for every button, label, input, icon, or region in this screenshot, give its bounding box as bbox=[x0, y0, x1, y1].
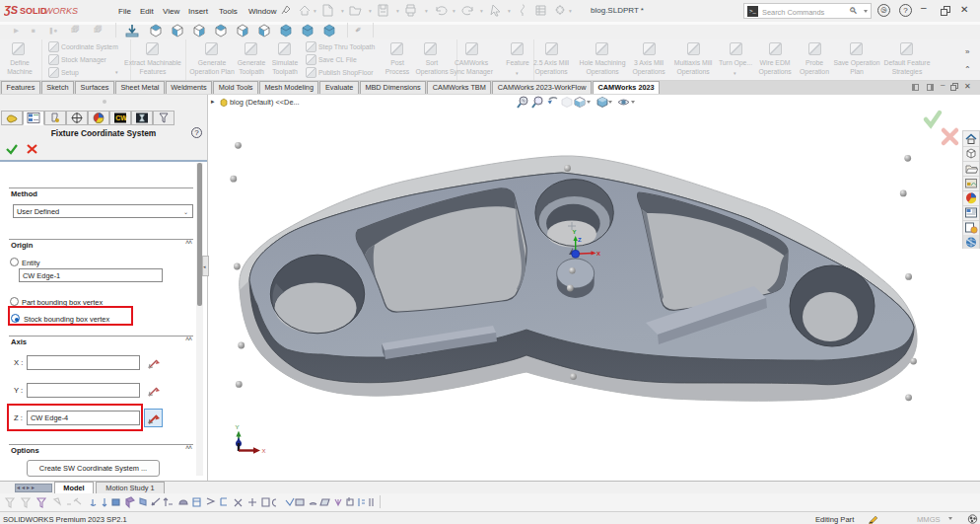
svg-text:Y: Y bbox=[236, 424, 240, 430]
svg-text:SOLID: SOLID bbox=[20, 6, 47, 16]
svg-text:X: X bbox=[262, 448, 266, 454]
svg-text:▾: ▾ bbox=[341, 8, 344, 14]
svg-text:ƷS: ƷS bbox=[4, 4, 19, 16]
svg-text:▾: ▾ bbox=[369, 8, 372, 14]
svg-text:Y: Y bbox=[573, 229, 577, 235]
svg-text:▾: ▾ bbox=[425, 8, 428, 14]
svg-text:▾: ▾ bbox=[453, 8, 455, 14]
svg-text:X: X bbox=[596, 251, 600, 257]
svg-text:▾: ▾ bbox=[480, 8, 483, 14]
svg-text:▾: ▾ bbox=[569, 8, 572, 14]
svg-text:▾: ▾ bbox=[508, 8, 511, 14]
svg-text:Z: Z bbox=[578, 237, 582, 243]
svg-text:CW: CW bbox=[115, 114, 127, 121]
svg-text:▾: ▾ bbox=[396, 8, 399, 14]
svg-text:▾: ▾ bbox=[314, 8, 316, 14]
svg-text:WORKS: WORKS bbox=[44, 6, 78, 16]
